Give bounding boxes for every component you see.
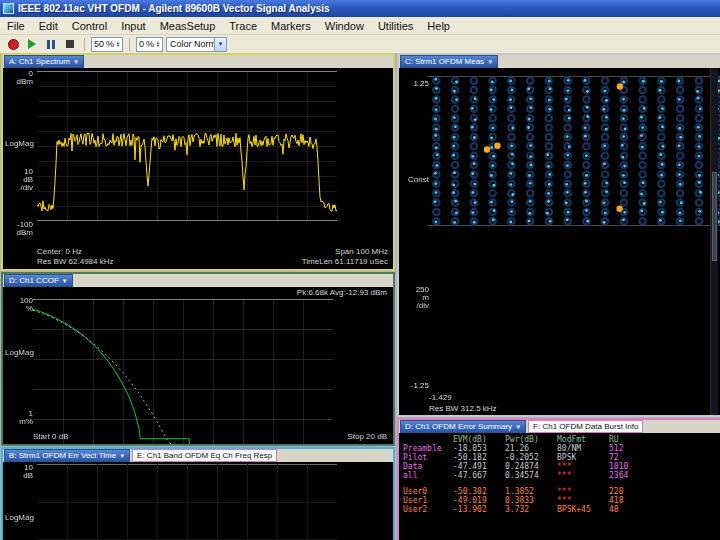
menu-item-help[interactable]: Help — [420, 18, 457, 34]
tab-label: C: Strm1 OFDM Meas — [405, 57, 484, 66]
constellation-plot: 1.25 Const 250m/div -1.25 -1.429 Res BW … — [399, 68, 720, 415]
tab-ch1-ccdf[interactable]: D: Ch1 CCOF ▼ — [4, 274, 73, 287]
panel-constellation: C: Strm1 OFDM Meas ▼ 1.25 Const 250m/div… — [397, 53, 720, 417]
menu-bar: FileEditControlInputMeasSetupTraceMarker… — [0, 17, 720, 35]
spectrum-y-max-label: 0dBm — [5, 70, 33, 86]
scrollbar-thumb[interactable] — [712, 172, 717, 261]
summary-cell: Preamble — [403, 444, 453, 453]
summary-plot: EVM(dB)Pwr(dB)ModFmtRUPreamble-18.05321.… — [399, 433, 720, 540]
spectrum-per-div-label: 10dB/div — [5, 168, 33, 192]
percent-unit-2: % — [146, 39, 154, 49]
summary-cell: ModFmt — [557, 435, 609, 444]
ccdf-y-min-label: 1m% — [5, 410, 33, 426]
tab-eq-ch-freq-resp[interactable]: E: Ch1 Band OFDM Eq Ch Freq Resp — [132, 449, 277, 462]
spinner-arrows-icon[interactable]: ▲▼ — [156, 41, 160, 47]
summary-cell: -50.302 — [453, 487, 505, 496]
summary-cell: *** — [557, 462, 609, 471]
summary-row-all: all-47.6670.34574***2364 — [403, 471, 718, 480]
chevron-down-icon[interactable]: ▼ — [214, 38, 226, 51]
tab-ofdm-meas[interactable]: C: Strm1 OFDM Meas ▼ — [400, 55, 498, 68]
summary-tabbar: D: Ch1 OFDM Error Summary ▼ F: Ch1 OFDM … — [399, 420, 720, 433]
summary-cell: 48 — [609, 505, 645, 514]
summary-cell: *** — [557, 471, 609, 480]
tab-errvect-time[interactable]: B: Strm1 OFDM Err Vect Time ▼ — [4, 449, 130, 462]
application-window: IEEE 802.11ac VHT OFDM - Agilent 89600B … — [0, 0, 720, 540]
stop-icon — [66, 40, 74, 48]
tab-label: A: Ch1 Spectrum — [9, 57, 70, 66]
tab-label: E: Ch1 Band OFDM Eq Ch Freq Resp — [137, 451, 272, 460]
tab-data-burst-info[interactable]: F: Ch1 OFDM Data Burst Info — [528, 420, 643, 433]
summary-cell: 0.3833 — [505, 496, 557, 505]
spectrum-center-label: Center: 0 Hz — [37, 247, 82, 256]
tab-label: B: Strm1 OFDM Err Vect Time — [9, 451, 116, 460]
summary-cell: 21.26 — [505, 444, 557, 453]
menu-item-utilities[interactable]: Utilities — [371, 18, 420, 34]
chevron-down-icon[interactable]: ▼ — [62, 278, 68, 284]
ccdf-stop-label: Stop 20 dB — [347, 432, 387, 441]
const-x-left-label: -1.429 — [429, 393, 452, 402]
menu-item-file[interactable]: File — [0, 18, 32, 34]
panel-errvect: B: Strm1 OFDM Err Vect Time ▼ E: Ch1 Ban… — [1, 447, 395, 540]
stop-button[interactable] — [62, 37, 78, 51]
errvect-scale-label: LogMag — [5, 514, 33, 522]
chevron-down-icon[interactable]: ▼ — [487, 59, 493, 65]
summary-cell: 80/NM — [557, 444, 609, 453]
menu-item-edit[interactable]: Edit — [32, 18, 65, 34]
play-button[interactable] — [24, 37, 40, 51]
tab-label: D: Ch1 OFDM Error Summary — [405, 422, 512, 431]
summary-cell: Data — [403, 462, 453, 471]
percent-spinner-1[interactable]: 50 % ▲▼ — [91, 37, 123, 52]
summary-cell: 3.732 — [505, 505, 557, 514]
color-mode-select[interactable]: Color Normal ▼ — [166, 37, 227, 52]
ccdf-peak-avg-readout: Pk:6.68k Avg:-12.93 dBm — [297, 288, 387, 297]
chevron-down-icon[interactable]: ▼ — [119, 453, 125, 459]
panel-ccdf: D: Ch1 CCOF ▼ Pk:6.68k Avg:-12.93 dBm 10… — [1, 272, 395, 446]
percent-value-1: 50 — [94, 39, 104, 49]
errvect-plot: 10dB LogMag — [3, 462, 393, 540]
summary-cell: *** — [557, 487, 609, 496]
summary-cell: *** — [557, 496, 609, 505]
summary-cell: BPSK — [557, 453, 609, 462]
menu-item-window[interactable]: Window — [318, 18, 371, 34]
summary-cell: Pilot — [403, 453, 453, 462]
percent-unit-1: % — [106, 39, 114, 49]
error-summary-table: EVM(dB)Pwr(dB)ModFmtRUPreamble-18.05321.… — [403, 435, 718, 514]
record-button[interactable] — [5, 37, 21, 51]
chevron-down-icon[interactable]: ▼ — [73, 59, 79, 65]
spinner-arrows-icon[interactable]: ▲▼ — [116, 41, 120, 47]
summary-cell: Pwr(dB) — [505, 435, 557, 444]
summary-row-user1: User1-49.0190.3833***418 — [403, 496, 718, 505]
const-per-div-label: 250m/div — [401, 286, 429, 310]
summary-row-preamble: Preamble-18.05321.2680/NM512 — [403, 444, 718, 453]
ccdf-trace-canvas — [33, 299, 333, 444]
play-icon — [28, 39, 36, 49]
chevron-down-icon[interactable]: ▼ — [515, 424, 521, 430]
tab-error-summary[interactable]: D: Ch1 OFDM Error Summary ▼ — [400, 420, 526, 433]
pause-button[interactable] — [43, 37, 59, 51]
scrollbar[interactable] — [710, 68, 718, 415]
percent-value-2: 0 — [139, 39, 144, 49]
menu-item-meassetup[interactable]: MeasSetup — [153, 18, 223, 34]
summary-cell: User2 — [403, 505, 453, 514]
summary-cell: EVM(dB) — [453, 435, 505, 444]
summary-cell: -18.053 — [453, 444, 505, 453]
errvect-trace-canvas — [37, 464, 337, 540]
menu-item-control[interactable]: Control — [65, 18, 114, 34]
menu-item-input[interactable]: Input — [114, 18, 152, 34]
const-rbw-label: Res BW 312.5 kHz — [429, 404, 497, 413]
summary-row-user2: User2-13.9023.732BPSK+4548 — [403, 505, 718, 514]
menu-item-trace[interactable]: Trace — [222, 18, 264, 34]
toolbar-separator — [129, 38, 130, 51]
panel-spectrum: A: Ch1 Spectrum ▼ 0dBm LogMag 10dB/div -… — [1, 53, 395, 271]
ccdf-plot: Pk:6.68k Avg:-12.93 dBm 100% LogMag 1m% … — [3, 287, 393, 444]
menu-item-markers[interactable]: Markers — [264, 18, 318, 34]
summary-cell: -13.902 — [453, 505, 505, 514]
const-y-max-label: 1.25 — [401, 80, 429, 88]
spectrum-y-min-label: -100dBm — [5, 221, 33, 237]
percent-spinner-2[interactable]: 0 % ▲▼ — [136, 37, 163, 52]
spectrum-rbw-label: Res BW 62.4984 kHz — [37, 257, 113, 266]
constellation-tabbar: C: Strm1 OFDM Meas ▼ — [399, 55, 720, 68]
summary-cell: -47.667 — [453, 471, 505, 480]
spectrum-span-label: Span 100 MHz — [335, 247, 388, 256]
tab-ch1-spectrum[interactable]: A: Ch1 Spectrum ▼ — [4, 55, 84, 68]
